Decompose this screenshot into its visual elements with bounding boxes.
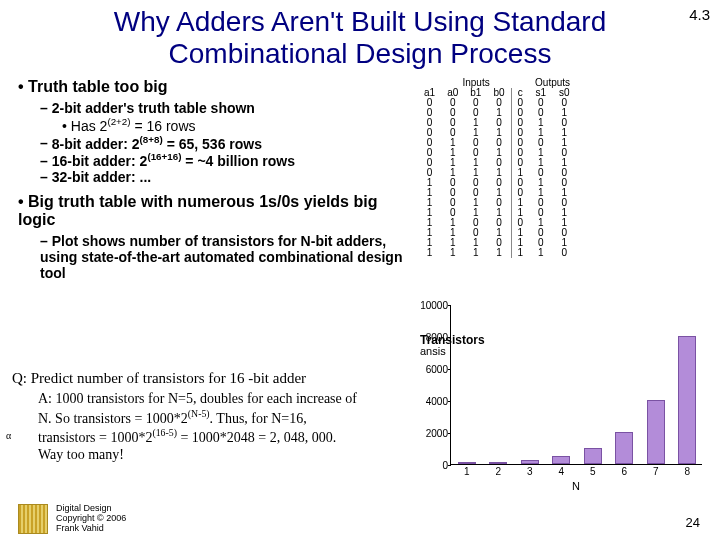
chart-bar: [615, 432, 633, 464]
chart-bar: [552, 456, 570, 464]
chart-bar: [584, 448, 602, 464]
bullet-16rows: Has 2(2+2) = 16 rows: [18, 116, 408, 134]
bullet-big-logic: Big truth table with numerous 1s/0s yiel…: [18, 193, 408, 229]
slide-title: Why Adders Aren't Built Using Standard C…: [0, 0, 720, 72]
truth-table: Inputs Outputs a1 a0 b1 b0 c s1 s0 00000…: [418, 78, 576, 258]
chart-xtick: 1: [464, 464, 470, 477]
transistor-chart: 020004000600080001000012345678 N Transis…: [392, 305, 712, 505]
bullet-32bit: 32-bit adder: ...: [18, 169, 408, 185]
bullet-2bit-shown: 2-bit adder's truth table shown: [18, 100, 408, 116]
footer-text: Digital Design Copyright © 2006 Frank Va…: [56, 504, 126, 534]
chart-xtick: 8: [684, 464, 690, 477]
chart-xtick: 3: [527, 464, 533, 477]
chart-xtick: 4: [558, 464, 564, 477]
page-number: 24: [686, 515, 700, 530]
chart-xtick: 7: [653, 464, 659, 477]
footer: Digital Design Copyright © 2006 Frank Va…: [18, 504, 126, 534]
slide-number-top: 4.3: [689, 6, 710, 23]
logo-icon: [18, 504, 48, 534]
content-bullets: Truth table too big 2-bit adder's truth …: [18, 78, 408, 281]
bullet-truth-table-big: Truth table too big: [18, 78, 408, 96]
bullet-plot-desc: Plot shows number of transistors for N-b…: [18, 233, 408, 281]
table-row: 1111110: [418, 248, 576, 258]
qa-block: Q: Predict number of transistors for 16 …: [12, 370, 362, 464]
bullet-8bit: 8-bit adder: 2(8+8) = 65, 536 rows: [18, 134, 408, 152]
chart-xtick: 6: [621, 464, 627, 477]
chart-bar: [647, 400, 665, 464]
answer-text: A: 1000 transistors for N=5, doubles for…: [12, 391, 362, 464]
chart-xtick: 5: [590, 464, 596, 477]
answer-alpha-label: α: [6, 430, 11, 441]
question-text: Q: Predict number of transistors for 16 …: [12, 370, 362, 387]
chart-xtick: 2: [495, 464, 501, 477]
chart-bar: [678, 336, 696, 464]
chart-ylabel: Transistors ansis: [420, 335, 485, 357]
chart-xlabel: N: [572, 480, 580, 492]
bullet-16bit: 16-bit adder: 2(16+16) = ~4 billion rows: [18, 151, 408, 169]
chart-ytick: 10000: [420, 300, 451, 311]
